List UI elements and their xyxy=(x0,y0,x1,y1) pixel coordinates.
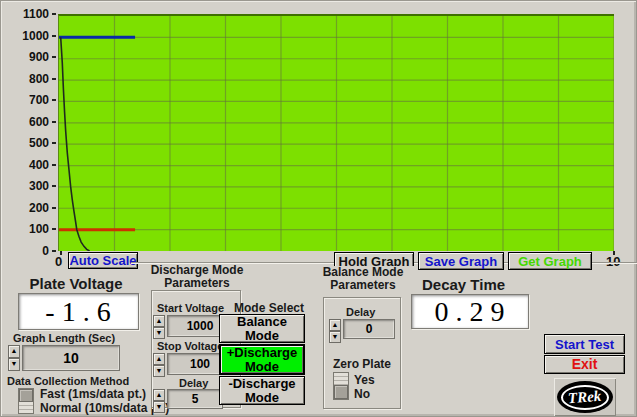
balance-delay-value[interactable]: 0 xyxy=(343,319,395,339)
balance-delay-label: Delay xyxy=(346,306,375,318)
y-axis-tick-label: 1100 xyxy=(1,7,49,21)
y-axis-tick-label: 300 xyxy=(1,179,49,193)
y-axis-tick xyxy=(52,35,56,37)
auto-scale-button[interactable]: Auto Scale xyxy=(68,252,138,269)
switch-track xyxy=(334,373,348,385)
balance-parameters-title: Balance Mode Parameters xyxy=(311,266,415,292)
balance-delay-stepper[interactable]: ▲ ▼ 0 xyxy=(329,319,395,339)
exit-button[interactable]: Exit xyxy=(544,355,625,374)
spin-up-icon[interactable]: ▲ xyxy=(153,315,165,327)
save-graph-button[interactable]: Save Graph xyxy=(418,252,504,270)
spin-up-icon[interactable]: ▲ xyxy=(8,345,20,358)
mode-select-buttons: Balance Mode +Discharge Mode -Discharge … xyxy=(219,314,305,406)
spin-down-icon[interactable]: ▼ xyxy=(153,365,165,377)
stop-voltage-label: Stop Voltage xyxy=(157,340,223,352)
y-axis-tick xyxy=(52,78,56,80)
instrument-panel: 110010009008007006005004003002001000 0 1… xyxy=(0,0,637,417)
spin-down-icon[interactable]: ▼ xyxy=(153,401,165,413)
discharge-delay-stepper[interactable]: ▲ ▼ 5 xyxy=(153,389,223,409)
y-axis-tick-label: 400 xyxy=(1,158,49,172)
trek-logo: TRek xyxy=(554,378,616,416)
zero-plate-option-no[interactable]: No xyxy=(354,387,370,401)
y-axis-tick-label: 900 xyxy=(1,50,49,64)
switch-track xyxy=(19,402,33,413)
y-axis-tick xyxy=(52,207,56,209)
data-collection-label: Data Collection Method xyxy=(7,375,129,387)
y-axis-tick-label: 1000 xyxy=(1,29,49,43)
zero-plate-label: Zero Plate xyxy=(333,357,391,371)
y-axis-tick-label: 200 xyxy=(1,201,49,215)
spin-up-icon[interactable]: ▲ xyxy=(153,389,165,401)
discharge-delay-value[interactable]: 5 xyxy=(167,389,223,409)
y-axis-tick-label: 100 xyxy=(1,222,49,236)
zero-plate-option-yes[interactable]: Yes xyxy=(354,373,375,387)
data-collection-option-fast[interactable]: Fast (1ms/data pt.) xyxy=(40,387,146,401)
y-axis-tick-label: 600 xyxy=(1,115,49,129)
y-axis-tick xyxy=(52,185,56,187)
plate-voltage-display: -1.6 xyxy=(18,293,139,330)
mode-select-label: Mode Select xyxy=(234,301,304,315)
y-axis-tick xyxy=(52,56,56,58)
graph-length-value[interactable]: 10 xyxy=(22,345,120,371)
y-axis-tick xyxy=(52,228,56,230)
decay-time-label: Decay Time xyxy=(422,276,505,293)
y-axis-tick-label: 800 xyxy=(1,72,49,86)
spin-down-icon[interactable]: ▼ xyxy=(8,358,20,371)
y-axis-tick xyxy=(52,142,56,144)
graph-length-label: Graph Length (Sec) xyxy=(13,332,115,344)
discharge-parameters-title: Discharge Mode Parameters xyxy=(141,264,253,290)
y-axis-tick xyxy=(52,121,56,123)
spin-down-icon[interactable]: ▼ xyxy=(153,327,165,339)
trek-logo-ellipse: TRek xyxy=(557,381,613,413)
start-voltage-label: Start Voltage xyxy=(157,302,224,314)
y-axis-tick-label: 0 xyxy=(1,244,49,258)
graph-length-stepper[interactable]: ▲ ▼ 10 xyxy=(8,345,120,371)
y-axis-tick xyxy=(52,13,56,15)
y-axis-tick-label: 500 xyxy=(1,136,49,150)
discharge-minus-mode-button[interactable]: -Discharge Mode xyxy=(219,376,305,405)
trek-logo-text: TRek xyxy=(568,387,602,406)
data-collection-option-normal[interactable]: Normal (10ms/data pt.) xyxy=(40,401,169,415)
y-axis-tick xyxy=(52,99,56,101)
discharge-plus-mode-button[interactable]: +Discharge Mode xyxy=(219,344,305,375)
get-graph-button[interactable]: Get Graph xyxy=(508,252,592,270)
spin-up-icon[interactable]: ▲ xyxy=(153,353,165,365)
balance-mode-button[interactable]: Balance Mode xyxy=(219,314,305,343)
y-axis-tick xyxy=(52,250,56,252)
decay-time-display: 0.29 xyxy=(411,294,529,329)
y-axis-tick-label: 700 xyxy=(1,93,49,107)
graph-plot-area[interactable] xyxy=(58,14,614,251)
switch-handle[interactable] xyxy=(19,389,33,402)
start-test-button[interactable]: Start Test xyxy=(544,334,625,354)
y-axis-tick xyxy=(52,164,56,166)
zero-plate-switch[interactable] xyxy=(333,372,349,400)
switch-handle[interactable] xyxy=(334,385,348,399)
discharge-delay-label: Delay xyxy=(179,377,208,389)
trek-logo-ring: TRek xyxy=(561,385,609,410)
data-collection-switch[interactable] xyxy=(18,388,34,414)
spin-up-icon[interactable]: ▲ xyxy=(329,319,341,331)
plate-voltage-label: Plate Voltage xyxy=(11,275,141,292)
spin-down-icon[interactable]: ▼ xyxy=(329,331,341,343)
x-axis-label-min: 0 xyxy=(55,254,62,269)
